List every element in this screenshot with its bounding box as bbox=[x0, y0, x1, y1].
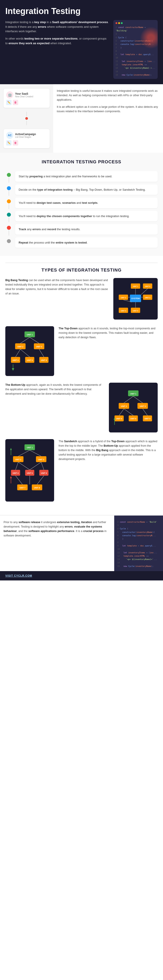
prior-code-line-3: 4Cycle { bbox=[117, 527, 160, 530]
svg-text:UNIT 4: UNIT 4 bbox=[13, 359, 19, 361]
code-line-8: 9 let template = doc.queryS... bbox=[116, 53, 155, 56]
hero-para1: Integration testing is a key step in a S… bbox=[5, 20, 109, 34]
process-step-5: Track any errors and record the testing … bbox=[5, 223, 158, 236]
topdown-diagram: UNIT 1 UNIT 2 UNIT 3 UNIT 4 UNIT 5 UNIT … bbox=[5, 326, 54, 376]
svg-line-76 bbox=[18, 462, 30, 470]
svg-text:UNIT 6: UNIT 6 bbox=[41, 359, 47, 361]
svg-line-33 bbox=[30, 337, 39, 343]
footer: VISIT CYCLR.COM bbox=[0, 571, 163, 581]
integration-left-panel: 🏢 Your SaaS New Deal Created ✏️ 🗑 A bbox=[0, 84, 53, 153]
svg-text:UNIT 1: UNIT 1 bbox=[27, 447, 33, 449]
step-5-content: Track any errors and record the testing … bbox=[15, 224, 158, 235]
svg-marker-85 bbox=[10, 476, 12, 478]
svg-text:UNIT 2: UNIT 2 bbox=[15, 458, 21, 461]
svg-text:SYSTEM: SYSTEM bbox=[131, 298, 140, 299]
activecampaign-icon: AC bbox=[6, 132, 13, 139]
process-steps-list: Start by preparing a test integration pl… bbox=[5, 170, 158, 249]
activecampaign-card-subtitle: List Deal Stages bbox=[15, 136, 36, 138]
svg-marker-83 bbox=[10, 448, 12, 450]
prior-code-line-14: 15 new Cycle(inventoryName); bbox=[117, 565, 160, 568]
integration-right-panel: Integration testing is useful because it… bbox=[53, 84, 163, 153]
sandwich-diagram: UNIT 1 UNIT 2 UNIT 3 UNIT 4 UNIT 5 UNIT … bbox=[5, 439, 54, 501]
process-step-1: Start by preparing a test integration pl… bbox=[5, 170, 158, 183]
svg-line-79 bbox=[16, 476, 22, 484]
types-title: TYPES OF INTEGRATION TESTING bbox=[5, 262, 158, 273]
process-section: INTEGRATION TESTING PROCESS Start by pre… bbox=[0, 153, 163, 256]
process-step-6: Repeat the process until the entire syst… bbox=[5, 236, 158, 249]
code-line-7: 8 bbox=[116, 49, 155, 53]
hero-para2: In other words testing two or more separ… bbox=[5, 37, 109, 46]
prior-code-line-7: 8 bbox=[117, 541, 160, 544]
step-6-content: Repeat the process until the entire syst… bbox=[15, 237, 158, 248]
svg-text:UNIT 6: UNIT 6 bbox=[145, 418, 150, 420]
svg-line-50 bbox=[119, 409, 124, 415]
step-2-content: Decide on the type of integration testin… bbox=[15, 185, 158, 195]
svg-line-54 bbox=[133, 396, 142, 403]
svg-line-32 bbox=[21, 337, 30, 343]
svg-text:UNIT 7: UNIT 7 bbox=[19, 487, 25, 489]
sandwich-text: The Sandwich approach is a hybrid of the… bbox=[59, 439, 158, 461]
integration-para2: It is an efficient option as it covers a… bbox=[57, 105, 160, 113]
svg-line-35 bbox=[21, 349, 30, 357]
bottomup-diagram: UNIT 4 UNIT 5 UNIT 6 UNIT 2 UNIT 3 UNIT … bbox=[109, 383, 158, 433]
prior-code-line-13: 14 bbox=[117, 561, 160, 565]
activecampaign-edit-button[interactable]: ✏️ bbox=[6, 140, 11, 146]
saas-delete-button[interactable]: 🗑 bbox=[13, 100, 18, 105]
svg-line-51 bbox=[124, 409, 133, 415]
code-line-13: 14 bbox=[116, 70, 155, 73]
connector-1 bbox=[3, 111, 50, 126]
svg-line-52 bbox=[142, 409, 147, 415]
activecampaign-card-title: ActiveCampaign bbox=[15, 133, 36, 136]
process-step-3: You'll need to design test cases, scenar… bbox=[5, 196, 158, 210]
integration-section: 🏢 Your SaaS New Deal Created ✏️ 🗑 A bbox=[0, 84, 163, 153]
svg-text:UNIT 3: UNIT 3 bbox=[38, 458, 44, 461]
svg-text:UNIT 4: UNIT 4 bbox=[116, 418, 122, 420]
topdown-block: UNIT 1 UNIT 2 UNIT 3 UNIT 4 UNIT 5 UNIT … bbox=[5, 326, 158, 376]
bottomup-heading: The Bottom-Up bbox=[5, 383, 25, 387]
svg-line-34 bbox=[16, 349, 21, 357]
saas-card-title: Your SaaS bbox=[15, 92, 33, 95]
svg-text:UNIT 5: UNIT 5 bbox=[27, 359, 33, 361]
code-line-10: 11 let inventoryItems = [inv... bbox=[116, 60, 155, 63]
svg-text:UNIT 3: UNIT 3 bbox=[36, 345, 42, 348]
footer-label[interactable]: VISIT CYCLR.COM bbox=[5, 574, 32, 578]
saas-card-subtitle: New Deal Created bbox=[15, 95, 33, 98]
sandwich-block: UNIT 1 UNIT 2 UNIT 3 UNIT 4 UNIT 5 UNIT … bbox=[5, 439, 158, 501]
process-step-2: Decide on the type of integration testin… bbox=[5, 183, 158, 196]
hero-title: Integration Testing bbox=[5, 7, 158, 16]
saas-icon: 🏢 bbox=[6, 91, 13, 99]
svg-text:UNIT 3: UNIT 3 bbox=[140, 405, 146, 407]
svg-text:UNIT 8: UNIT 8 bbox=[34, 487, 40, 489]
bottomup-block: The Bottom-Up approach, again as it soun… bbox=[5, 383, 158, 433]
code-line-11: 12 template.innerHTML += bbox=[116, 63, 155, 67]
bottomup-text: The Bottom-Up approach, again as it soun… bbox=[5, 383, 104, 396]
svg-text:UNIT 5: UNIT 5 bbox=[27, 472, 33, 474]
svg-text:UNIT 1: UNIT 1 bbox=[27, 334, 33, 336]
prior-code-line-12: 13 `<p> ${inventoryName}<`... bbox=[117, 558, 160, 561]
prior-code-line-1: 2const constructorName = 'Build' bbox=[117, 520, 160, 524]
svg-text:UNIT 6: UNIT 6 bbox=[145, 286, 150, 288]
activecampaign-delete-button[interactable]: 🗑 bbox=[13, 140, 18, 146]
prior-code-line-10: 11 let inventoryItems = [inv... bbox=[117, 551, 160, 554]
topdown-svg: UNIT 1 UNIT 2 UNIT 3 UNIT 4 UNIT 5 UNIT … bbox=[9, 330, 51, 372]
svg-text:UNIT 4: UNIT 4 bbox=[121, 310, 126, 312]
prior-section: Prior to any software release it undergo… bbox=[0, 515, 163, 571]
svg-line-53 bbox=[124, 396, 133, 403]
svg-text:UNIT 5: UNIT 5 bbox=[130, 418, 136, 420]
prior-code-line-11: 12 template.innerHTML += bbox=[117, 554, 160, 558]
activecampaign-card: AC ActiveCampaign List Deal Stages ✏️ 🗑 bbox=[3, 129, 50, 148]
step-4-content: You'll need to deploy the chosen compone… bbox=[15, 211, 158, 221]
integration-para1: Integration testing is useful because it… bbox=[57, 89, 160, 102]
prior-code-line-2: 3 bbox=[117, 524, 160, 527]
types-section: TYPES OF INTEGRATION TESTING Big Bang Te… bbox=[0, 256, 163, 515]
code-line-9: 10 bbox=[116, 56, 155, 60]
svg-line-77 bbox=[30, 462, 41, 470]
prior-code-line-6: 7 } bbox=[117, 537, 160, 541]
prior-text-block: Prior to any software release it undergo… bbox=[0, 515, 114, 571]
process-title: INTEGRATION TESTING PROCESS bbox=[5, 159, 158, 164]
saas-edit-button[interactable]: ✏️ bbox=[6, 100, 11, 105]
bigbang-diagram: SYSTEM UNIT 1 UNIT 2 UNIT 3 UNIT 4 UNIT … bbox=[113, 278, 158, 320]
code-line-12: 13 `<p> ${inventoryName} <... bbox=[116, 67, 155, 70]
topdown-heading: The Top-Down bbox=[59, 327, 78, 330]
minimize-dot bbox=[118, 22, 120, 24]
